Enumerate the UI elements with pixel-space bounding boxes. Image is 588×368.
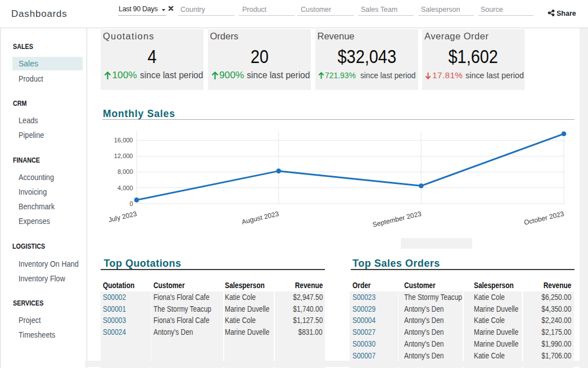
svg-text:8,000: 8,000 [117,168,133,175]
svg-text:October 2023: October 2023 [523,210,565,227]
svg-text:12,000: 12,000 [114,152,133,159]
svg-text:4,000: 4,000 [117,185,133,191]
svg-text:July 2023: July 2023 [107,210,138,224]
svg-text:August 2023: August 2023 [241,210,280,226]
svg-text:16,000: 16,000 [114,137,133,143]
svg-text:September 2023: September 2023 [372,210,422,228]
svg-text:0: 0 [129,200,133,207]
